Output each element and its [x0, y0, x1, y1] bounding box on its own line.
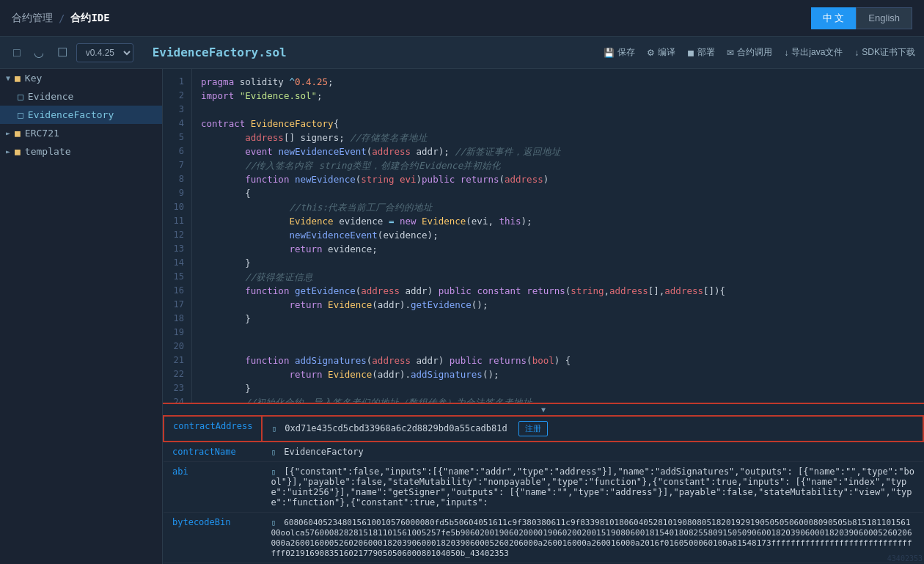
abi-value: [{"constant":false,"inputs":[{"name":"ad…	[271, 466, 914, 508]
code-content[interactable]: pragma solidity ^0.4.25; import "Evidenc…	[192, 69, 924, 403]
info-label: bytecodeBin	[164, 513, 262, 563]
table-row: contractAddress ▯ 0xd71e435cd5cbd33968a6…	[164, 416, 923, 442]
sidebar-item-label: ERC721	[25, 128, 59, 139]
sidebar-item-evidence[interactable]: □ Evidence	[0, 87, 162, 106]
table-row: contractName ▯ EvidenceFactory	[164, 442, 923, 462]
table-row: bytecodeBin ▯ 60806040523480156100105760…	[164, 513, 923, 563]
sidebar-item-template[interactable]: ► ■ template	[0, 142, 162, 161]
contract-address-value: 0xd71e435cd5cbd33968a6c2d8829bd0a55cadb8…	[285, 423, 507, 433]
version-select[interactable]: v0.4.25	[76, 43, 133, 62]
info-label: abi	[164, 462, 262, 513]
bytecode-value: 6080604052348015610010576000080fd5b50604…	[271, 518, 912, 558]
toolbar: □ ◡ ☐ v0.4.25 EvidenceFactory.sol 💾 保存 ⚙…	[0, 37, 924, 69]
sdk-icon: ↓	[854, 48, 859, 58]
breadcrumb: 合约管理 / 合约IDE	[12, 12, 110, 25]
caret-right-icon: ►	[6, 129, 10, 137]
table-row: abi ▯ [{"constant":false,"inputs":[{"nam…	[164, 462, 923, 513]
deploy-icon: ◼	[687, 48, 694, 58]
register-button[interactable]: 注册	[518, 421, 548, 436]
call-button[interactable]: ✉ 合约调用	[727, 46, 772, 59]
caret-right-icon: ►	[6, 147, 10, 155]
copy-icon: ▯	[271, 518, 276, 527]
sidebar-item-label: EvidenceFactory	[28, 109, 114, 120]
contract-name-value: EvidenceFactory	[284, 447, 363, 457]
sidebar-item-key[interactable]: ▼ ■ Key	[0, 69, 162, 87]
info-label: contractAddress	[164, 416, 262, 442]
info-label: contractName	[164, 442, 262, 462]
deploy-button[interactable]: ◼ 部署	[687, 46, 715, 59]
sidebar-item-label: Key	[25, 73, 42, 84]
watermark: 43402353	[887, 554, 923, 563]
info-value-cell: ▯ 6080604052348015610010576000080fd5b506…	[262, 513, 923, 563]
toggle-icon: ▼	[541, 406, 546, 414]
editor-area: 12345 678910 1112131415 1617181920 21222…	[163, 69, 924, 564]
export-sdk-button[interactable]: ↓ SDK证书下载	[854, 46, 915, 59]
save-button[interactable]: 💾 保存	[604, 46, 635, 59]
lang-cn-button[interactable]: 中 文	[811, 7, 857, 29]
compile-button[interactable]: ⚙ 编译	[647, 46, 675, 59]
bottom-toggle[interactable]: ▼	[163, 404, 924, 415]
file-icon: □	[18, 109, 23, 120]
lang-en-button[interactable]: English	[856, 7, 912, 29]
info-value-cell: ▯ [{"constant":false,"inputs":[{"name":"…	[262, 462, 923, 513]
download-icon: ↓	[784, 48, 788, 58]
breadcrumb-parent: 合约管理	[12, 12, 53, 25]
folder-icon: ■	[15, 146, 21, 157]
sidebar-item-label: Evidence	[28, 91, 74, 102]
copy-button[interactable]: ◡	[29, 43, 48, 62]
sidebar-item-evidencefactory[interactable]: □ EvidenceFactory	[0, 106, 162, 124]
toolbar-left: □ ◡ ☐ v0.4.25 EvidenceFactory.sol	[9, 43, 287, 62]
copy-icon: ▯	[271, 467, 276, 477]
bottom-panel: ▼ contractAddress ▯ 0xd71e435cd5cbd33968…	[163, 403, 924, 564]
main-layout: ▼ ■ Key □ Evidence □ EvidenceFactory ► ■…	[0, 69, 924, 564]
compile-icon: ⚙	[647, 48, 655, 58]
breadcrumb-current: 合约IDE	[70, 12, 109, 25]
line-numbers: 12345 678910 1112131415 1617181920 21222…	[163, 69, 192, 403]
breadcrumb-separator: /	[59, 12, 65, 24]
copy-icon: ▯	[271, 447, 276, 457]
delete-button[interactable]: ☐	[53, 43, 72, 62]
copy-icon: ▯	[271, 424, 276, 433]
code-editor[interactable]: 12345 678910 1112131415 1617181920 21222…	[163, 69, 924, 403]
sidebar: ▼ ■ Key □ Evidence □ EvidenceFactory ► ■…	[0, 69, 163, 564]
export-java-button[interactable]: ↓ 导出java文件	[784, 46, 843, 59]
sidebar-item-erc721[interactable]: ► ■ ERC721	[0, 124, 162, 142]
info-value-cell: ▯ EvidenceFactory	[262, 442, 923, 462]
folder-icon: ■	[15, 73, 21, 84]
toolbar-actions: 💾 保存 ⚙ 编译 ◼ 部署 ✉ 合约调用 ↓ 导出java文件 ↓ SDK证书…	[604, 46, 915, 59]
info-table: contractAddress ▯ 0xd71e435cd5cbd33968a6…	[163, 415, 924, 563]
call-icon: ✉	[727, 48, 734, 58]
file-icon: □	[18, 91, 23, 102]
header: 合约管理 / 合约IDE 中 文 English	[0, 0, 924, 37]
file-name-label: EvidenceFactory.sol	[153, 45, 287, 59]
sidebar-item-label: template	[25, 146, 71, 157]
new-file-button[interactable]: □	[9, 43, 25, 62]
caret-down-icon: ▼	[6, 74, 10, 82]
language-switcher: 中 文 English	[811, 7, 912, 29]
info-value-cell: ▯ 0xd71e435cd5cbd33968a6c2d8829bd0a55cad…	[262, 416, 923, 442]
folder-icon: ■	[15, 128, 21, 139]
save-icon: 💾	[604, 48, 615, 58]
